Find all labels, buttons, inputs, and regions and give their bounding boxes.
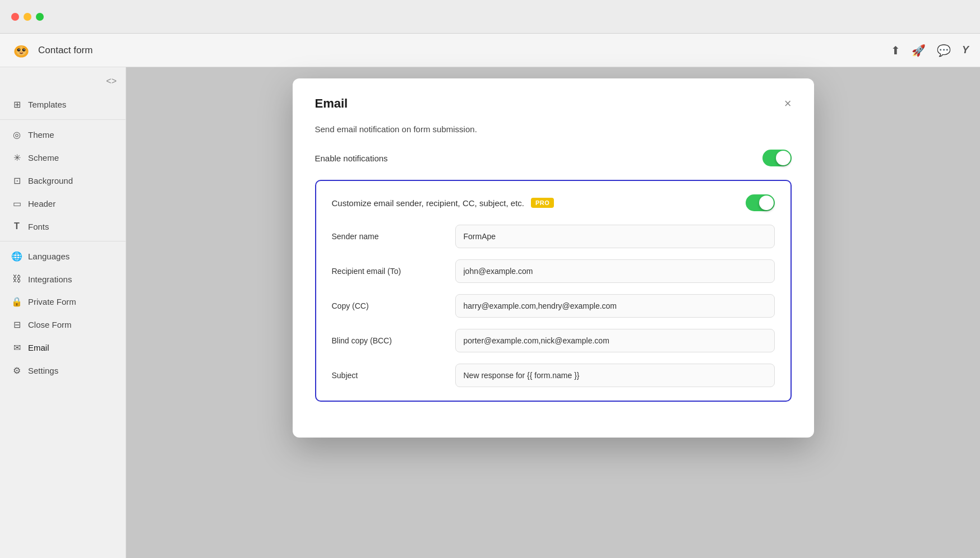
close-button[interactable] xyxy=(11,13,19,21)
sidebar-item-label: Private Form xyxy=(28,297,76,306)
theme-icon: ◎ xyxy=(11,129,22,140)
app-logo xyxy=(11,40,31,61)
sender-name-label: Sender name xyxy=(332,232,455,241)
sidebar-item-close-form[interactable]: ⊟ Close Form xyxy=(0,313,126,336)
subject-field: Subject xyxy=(332,364,775,387)
sidebar-item-private-form[interactable]: 🔒 Private Form xyxy=(0,290,126,313)
email-modal: Email × Send email notification on form … xyxy=(293,78,814,438)
sidebar-item-label: Integrations xyxy=(28,275,72,284)
app-title: Contact form xyxy=(38,45,93,56)
sidebar-item-label: Templates xyxy=(28,100,66,109)
customize-row: Customize email sender, recipient, CC, s… xyxy=(332,194,775,211)
rocket-icon[interactable]: 🚀 xyxy=(912,44,926,57)
modal-title: Email xyxy=(315,96,348,111)
sender-name-input[interactable] xyxy=(455,225,775,248)
fonts-icon: T xyxy=(11,221,22,231)
blind-copy-bcc-field: Blind copy (BCC) xyxy=(332,329,775,352)
enable-notifications-toggle[interactable] xyxy=(762,150,792,166)
share-icon[interactable]: ⬆ xyxy=(891,44,900,57)
subject-input[interactable] xyxy=(455,364,775,387)
content-area: Email × Send email notification on form … xyxy=(126,67,980,558)
modal-overlay: Email × Send email notification on form … xyxy=(126,67,980,558)
sidebar-item-fonts[interactable]: T Fonts xyxy=(0,215,126,238)
title-bar xyxy=(0,0,980,34)
maximize-button[interactable] xyxy=(36,13,44,21)
sidebar-item-label: Background xyxy=(28,176,73,185)
blind-copy-bcc-input[interactable] xyxy=(455,329,775,352)
sidebar-item-languages[interactable]: 🌐 Languages xyxy=(0,245,126,268)
customize-label: Customize email sender, recipient, CC, s… xyxy=(332,198,524,208)
recipient-email-label: Recipient email (To) xyxy=(332,267,455,276)
pro-section: Customize email sender, recipient, CC, s… xyxy=(315,180,792,402)
sidebar-item-label: Settings xyxy=(28,366,58,375)
background-icon: ⊡ xyxy=(11,175,22,186)
divider xyxy=(0,241,126,241)
user-icon[interactable]: Y xyxy=(962,44,969,56)
sidebar-item-templates[interactable]: ⊞ Templates xyxy=(0,93,126,116)
sidebar-item-integrations[interactable]: ⛓ Integrations xyxy=(0,268,126,290)
sender-name-field: Sender name xyxy=(332,225,775,248)
integrations-icon: ⛓ xyxy=(11,274,22,284)
modal-close-button[interactable]: × xyxy=(784,97,792,110)
copy-cc-field: Copy (CC) xyxy=(332,294,775,318)
settings-icon: ⚙ xyxy=(11,365,22,376)
modal-description: Send email notification on form submissi… xyxy=(315,124,792,134)
copy-cc-input[interactable] xyxy=(455,294,775,318)
modal-header: Email × xyxy=(315,96,792,111)
main-layout: <> ⊞ Templates ◎ Theme ✳ Scheme ⊡ Backgr… xyxy=(0,67,980,558)
sidebar-item-label: Close Form xyxy=(28,320,72,329)
recipient-email-field: Recipient email (To) xyxy=(332,259,775,283)
header-icon: ▭ xyxy=(11,198,22,209)
recipient-email-input[interactable] xyxy=(455,259,775,283)
close-form-icon: ⊟ xyxy=(11,319,22,330)
sidebar-item-background[interactable]: ⊡ Background xyxy=(0,169,126,192)
sidebar-item-label: Email xyxy=(28,343,49,352)
sidebar: <> ⊞ Templates ◎ Theme ✳ Scheme ⊡ Backgr… xyxy=(0,67,126,558)
app-header: Contact form ⬆ 🚀 💬 Y xyxy=(0,34,980,67)
email-icon: ✉ xyxy=(11,342,22,353)
sidebar-item-label: Theme xyxy=(28,130,54,140)
sidebar-item-theme[interactable]: ◎ Theme xyxy=(0,123,126,146)
customize-toggle[interactable] xyxy=(746,194,775,211)
sidebar-item-scheme[interactable]: ✳ Scheme xyxy=(0,146,126,169)
sidebar-item-email[interactable]: ✉ Email xyxy=(0,336,126,359)
scheme-icon: ✳ xyxy=(11,152,22,163)
pro-badge: PRO xyxy=(531,198,554,208)
blind-copy-bcc-label: Blind copy (BCC) xyxy=(332,336,455,345)
templates-icon: ⊞ xyxy=(11,99,22,110)
private-form-icon: 🔒 xyxy=(11,296,22,307)
minimize-button[interactable] xyxy=(24,13,31,21)
enable-notifications-label: Enable notifications xyxy=(315,154,388,163)
sidebar-item-label: Languages xyxy=(28,252,70,261)
languages-icon: 🌐 xyxy=(11,251,22,262)
header-icons: ⬆ 🚀 💬 Y xyxy=(891,44,969,57)
enable-notifications-row: Enable notifications xyxy=(315,150,792,166)
traffic-lights xyxy=(11,13,44,21)
sidebar-item-label: Scheme xyxy=(28,153,59,162)
sidebar-collapse: <> xyxy=(0,76,126,93)
sidebar-item-settings[interactable]: ⚙ Settings xyxy=(0,359,126,382)
divider xyxy=(0,119,126,120)
sidebar-item-header[interactable]: ▭ Header xyxy=(0,192,126,215)
customize-row-left: Customize email sender, recipient, CC, s… xyxy=(332,198,554,208)
comment-icon[interactable]: 💬 xyxy=(937,44,951,57)
subject-label: Subject xyxy=(332,371,455,380)
sidebar-item-label: Fonts xyxy=(28,222,49,231)
svg-point-6 xyxy=(19,49,20,50)
svg-point-7 xyxy=(24,49,25,50)
collapse-button[interactable]: <> xyxy=(106,76,117,86)
copy-cc-label: Copy (CC) xyxy=(332,301,455,310)
sidebar-item-label: Header xyxy=(28,199,56,208)
